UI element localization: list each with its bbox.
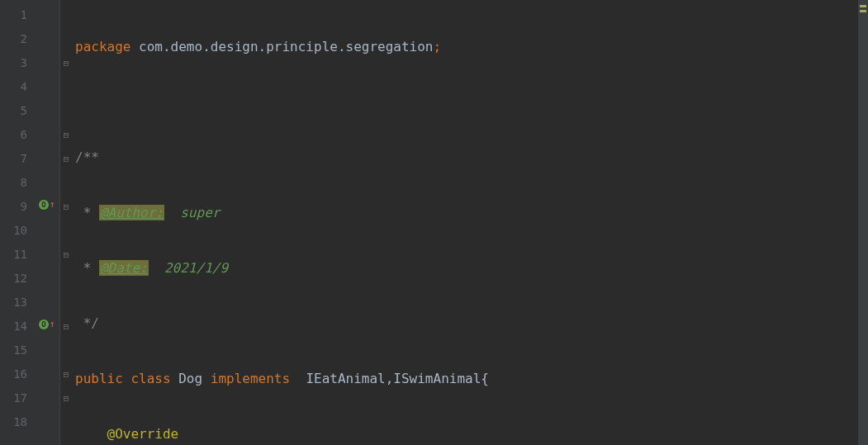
line-number: 10 [0,219,27,243]
code-line[interactable]: public class Dog implements IEatAnimal,I… [72,367,868,391]
fold-toggle-icon[interactable]: ⊟ [61,147,71,171]
override-circle-icon: O [39,320,49,329]
comment: * [75,205,99,220]
gutter-icons: O↑ O↑ [37,0,60,445]
fold-toggle-icon[interactable]: ⊟ [61,195,71,219]
code-line[interactable]: package com.demo.design.principle.segreg… [72,35,868,59]
line-number: 2 [0,27,27,51]
line-number: 4 [0,75,27,99]
code-line[interactable] [72,90,868,114]
line-number: 5 [0,99,27,123]
code-line[interactable]: * @Author: super [72,201,868,225]
javadoc-tag-author: @Author: [99,205,164,220]
line-number: 14 [0,315,27,338]
up-arrow-icon: ↑ [50,318,55,331]
code-line[interactable]: */ [72,311,868,335]
comment: * [75,260,99,276]
keyword: implements [202,371,306,386]
fold-toggle-icon[interactable]: ⊟ [61,315,71,338]
fold-end-icon[interactable]: ⊟ [61,362,71,386]
comment-value: 2021/1/9 [149,260,228,276]
fold-end-icon[interactable]: ⊟ [61,386,71,410]
fold-column: ⊟ ⊟ ⊟ ⊟ ⊟ ⊟ ⊟ ⊟ [60,0,72,445]
code-editor[interactable]: 1 2 3 4 5 6 7 8 9 10 11 12 13 14 15 16 1… [0,0,868,445]
warning-tick[interactable] [860,5,866,7]
semicolon: ; [433,39,441,54]
line-number: 7 [0,147,27,171]
indent [75,426,107,442]
line-number: 17 [0,386,27,410]
line-number: 15 [0,338,27,362]
code-text-area[interactable]: package com.demo.design.principle.segreg… [72,0,868,445]
line-number: 13 [0,291,27,315]
line-number-gutter: 1 2 3 4 5 6 7 8 9 10 11 12 13 14 15 16 1… [0,0,37,445]
line-number: 12 [0,267,27,291]
keyword: package [75,39,130,54]
keyword: class [123,371,178,386]
line-number: 16 [0,362,27,386]
code-line[interactable]: /** [72,145,868,169]
error-stripe[interactable] [858,0,868,445]
javadoc-tag-date: @Date: [99,260,149,276]
fold-end-icon[interactable]: ⊟ [61,123,71,147]
line-number: 1 [0,3,27,27]
annotation: @Override [107,426,179,442]
code-line[interactable]: * @Date: 2021/1/9 [72,256,868,280]
warning-tick[interactable] [860,10,866,12]
fold-toggle-icon[interactable]: ⊟ [61,51,71,75]
override-gutter-icon[interactable]: O↑ [39,318,55,331]
line-number: 18 [0,410,27,434]
comment: /** [75,149,99,165]
line-number: 3 [0,51,27,75]
line-number: 6 [0,123,27,147]
comment-value: super [164,205,220,220]
keyword: public [75,371,123,386]
code-line[interactable]: @Override [72,422,868,445]
override-gutter-icon[interactable]: O↑ [39,198,55,211]
up-arrow-icon: ↑ [50,198,55,211]
fold-end-icon[interactable]: ⊟ [61,243,71,267]
package-path: com.demo.design.principle.segregation [130,39,433,54]
line-number: 8 [0,171,27,195]
interfaces: IEatAnimal,ISwimAnimal{ [306,371,489,386]
line-number: 9 [0,195,27,219]
comment: */ [75,315,99,331]
class-name: Dog [178,371,202,386]
line-number: 11 [0,243,27,267]
override-circle-icon: O [39,200,49,210]
